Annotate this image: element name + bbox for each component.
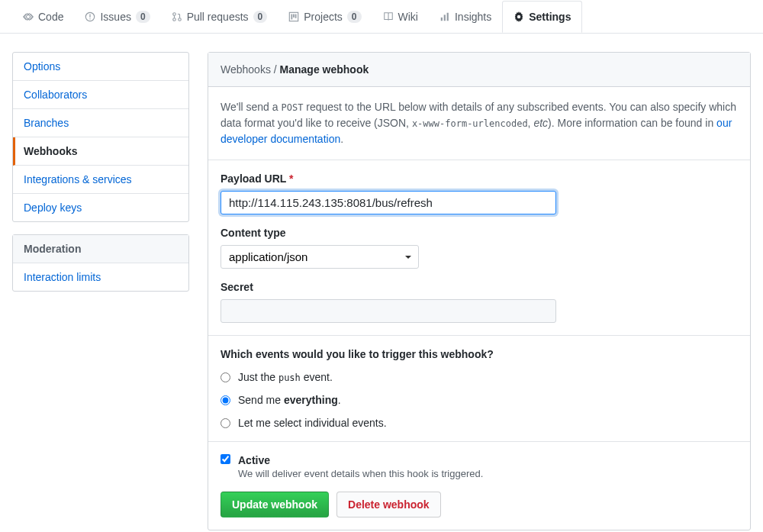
sidebar-item-branches[interactable]: Branches <box>13 109 188 137</box>
svg-point-5 <box>178 18 181 21</box>
tab-insights[interactable]: Insights <box>429 2 502 32</box>
content-type-label: Content type <box>221 227 738 239</box>
book-icon <box>383 11 394 22</box>
update-webhook-button[interactable]: Update webhook <box>221 492 329 517</box>
sidebar-item-options[interactable]: Options <box>13 53 188 81</box>
active-checkbox[interactable] <box>221 454 230 464</box>
settings-sidebar: Options Collaborators Branches Webhooks … <box>12 52 189 530</box>
sidebar-item-collaborators[interactable]: Collaborators <box>13 81 188 109</box>
moderation-menu: Moderation Interaction limits <box>12 234 189 292</box>
active-section: Active We will deliver event details whe… <box>208 442 750 530</box>
code-icon <box>23 11 34 22</box>
form-section: Payload URL * Content type application/j… <box>208 160 750 336</box>
secret-input[interactable] <box>221 299 556 323</box>
events-section: Which events would you like to trigger t… <box>208 336 750 442</box>
event-option-push[interactable]: Just the push event. <box>221 371 738 383</box>
project-icon <box>288 11 299 22</box>
active-desc: We will deliver event details when this … <box>238 468 483 479</box>
svg-rect-10 <box>441 17 443 20</box>
content-type-select[interactable]: application/json <box>221 245 419 269</box>
repo-tabs: Code Issues 0 Pull requests 0 Projects 0… <box>0 0 763 34</box>
tab-label: Issues <box>100 11 130 23</box>
tab-projects[interactable]: Projects 0 <box>278 2 372 32</box>
payload-url-label: Payload URL * <box>221 172 738 185</box>
intro-section: We'll send a POST request to the URL bel… <box>208 87 750 160</box>
svg-rect-9 <box>295 14 297 18</box>
tab-label: Pull requests <box>187 11 249 23</box>
event-option-individual[interactable]: Let me select individual events. <box>221 417 738 429</box>
svg-rect-2 <box>90 18 91 19</box>
issue-icon <box>85 11 95 22</box>
tab-settings[interactable]: Settings <box>502 1 582 33</box>
projects-count: 0 <box>347 11 362 23</box>
breadcrumb-sep: / <box>271 63 280 76</box>
main-content: Webhooks / Manage webhook We'll send a P… <box>208 52 751 530</box>
payload-url-input[interactable] <box>221 191 556 214</box>
tab-label: Settings <box>529 11 571 23</box>
svg-point-4 <box>172 18 175 21</box>
settings-menu: Options Collaborators Branches Webhooks … <box>12 52 189 222</box>
tab-wiki[interactable]: Wiki <box>372 2 429 32</box>
breadcrumb-current: Manage webhook <box>280 63 369 76</box>
required-marker: * <box>289 172 293 185</box>
pulls-count: 0 <box>253 11 268 23</box>
svg-rect-1 <box>90 14 91 17</box>
tab-label: Projects <box>304 11 343 23</box>
tab-label: Code <box>38 11 63 23</box>
active-label: Active <box>238 454 483 466</box>
form-urlencoded-code: x-www-form-urlencoded <box>412 118 528 129</box>
svg-point-3 <box>172 12 175 15</box>
graph-icon <box>439 11 450 22</box>
gear-icon <box>513 11 524 22</box>
radio-individual[interactable] <box>221 418 230 428</box>
pull-request-icon <box>172 11 182 22</box>
svg-rect-12 <box>447 12 449 21</box>
breadcrumb: Webhooks / Manage webhook <box>208 53 750 87</box>
event-option-everything[interactable]: Send me everything. <box>221 394 738 406</box>
events-title: Which events would you like to trigger t… <box>221 348 738 360</box>
radio-everything[interactable] <box>221 395 230 405</box>
tab-issues[interactable]: Issues 0 <box>74 2 160 32</box>
issues-count: 0 <box>136 11 150 23</box>
intro-text: We'll send a POST request to the URL bel… <box>221 99 738 147</box>
secret-label: Secret <box>221 281 738 293</box>
tab-code[interactable]: Code <box>12 2 74 32</box>
sidebar-item-deploy-keys[interactable]: Deploy keys <box>13 194 188 221</box>
sidebar-item-integrations[interactable]: Integrations & services <box>13 166 188 194</box>
tab-label: Wiki <box>398 11 418 23</box>
sidebar-item-webhooks[interactable]: Webhooks <box>13 137 188 166</box>
moderation-heading: Moderation <box>13 235 188 263</box>
tab-label: Insights <box>455 11 491 23</box>
svg-rect-7 <box>291 14 293 19</box>
delete-webhook-button[interactable]: Delete webhook <box>336 492 441 517</box>
svg-rect-11 <box>444 15 446 21</box>
post-code: POST <box>281 102 303 113</box>
svg-point-13 <box>517 15 520 18</box>
radio-push[interactable] <box>221 372 230 382</box>
sidebar-item-interaction-limits[interactable]: Interaction limits <box>13 263 188 291</box>
tab-pull-requests[interactable]: Pull requests 0 <box>161 2 278 32</box>
svg-rect-8 <box>293 14 295 17</box>
webhook-box: Webhooks / Manage webhook We'll send a P… <box>208 52 751 530</box>
breadcrumb-parent[interactable]: Webhooks <box>221 63 271 76</box>
